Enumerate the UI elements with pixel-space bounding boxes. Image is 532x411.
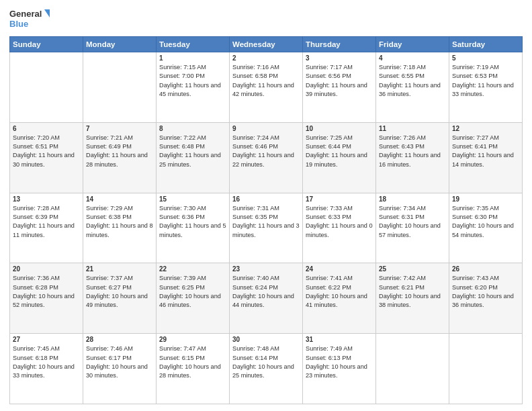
week-row-2: 6Sunrise: 7:20 AM Sunset: 6:51 PM Daylig…	[10, 122, 523, 193]
day-number: 23	[232, 265, 300, 273]
day-info: Sunrise: 7:19 AM Sunset: 6:53 PM Dayligh…	[452, 63, 519, 99]
day-info: Sunrise: 7:28 AM Sunset: 6:39 PM Dayligh…	[13, 204, 80, 240]
day-number: 14	[86, 195, 153, 203]
calendar-cell: 14Sunrise: 7:29 AM Sunset: 6:38 PM Dayli…	[83, 193, 157, 263]
day-number: 5	[452, 54, 519, 62]
calendar-cell: 25Sunrise: 7:42 AM Sunset: 6:21 PM Dayli…	[376, 263, 449, 334]
calendar-cell: 1Sunrise: 7:15 AM Sunset: 7:00 PM Daylig…	[157, 52, 230, 123]
day-info: Sunrise: 7:43 AM Sunset: 6:20 PM Dayligh…	[452, 274, 519, 310]
svg-text:Blue: Blue	[9, 19, 28, 29]
calendar-cell: 19Sunrise: 7:35 AM Sunset: 6:30 PM Dayli…	[449, 193, 523, 263]
calendar-page: General Blue SundayMondayTuesdayWednesda…	[0, 0, 532, 411]
day-info: Sunrise: 7:15 AM Sunset: 7:00 PM Dayligh…	[159, 63, 226, 99]
day-info: Sunrise: 7:18 AM Sunset: 6:55 PM Dayligh…	[379, 63, 446, 99]
calendar-cell: 24Sunrise: 7:41 AM Sunset: 6:22 PM Dayli…	[303, 263, 376, 334]
day-number: 21	[86, 265, 153, 273]
calendar-cell: 4Sunrise: 7:18 AM Sunset: 6:55 PM Daylig…	[376, 52, 449, 123]
day-info: Sunrise: 7:40 AM Sunset: 6:24 PM Dayligh…	[232, 274, 300, 310]
calendar-cell: 26Sunrise: 7:43 AM Sunset: 6:20 PM Dayli…	[449, 263, 523, 334]
day-number: 13	[13, 195, 80, 203]
calendar-cell: 10Sunrise: 7:25 AM Sunset: 6:44 PM Dayli…	[303, 122, 376, 193]
calendar-cell: 31Sunrise: 7:49 AM Sunset: 6:13 PM Dayli…	[303, 334, 376, 404]
day-number: 26	[452, 265, 519, 273]
day-info: Sunrise: 7:29 AM Sunset: 6:38 PM Dayligh…	[86, 204, 153, 240]
calendar-cell: 16Sunrise: 7:31 AM Sunset: 6:35 PM Dayli…	[230, 193, 303, 263]
weekday-header-tuesday: Tuesday	[157, 37, 230, 52]
day-number: 19	[452, 195, 519, 203]
day-number: 9	[232, 125, 300, 132]
calendar-cell: 2Sunrise: 7:16 AM Sunset: 6:58 PM Daylig…	[230, 52, 303, 123]
day-info: Sunrise: 7:39 AM Sunset: 6:25 PM Dayligh…	[159, 274, 226, 310]
day-number: 30	[232, 336, 300, 343]
weekday-header-thursday: Thursday	[303, 37, 376, 52]
calendar-header: SundayMondayTuesdayWednesdayThursdayFrid…	[10, 37, 523, 52]
day-number: 22	[159, 265, 226, 273]
day-info: Sunrise: 7:20 AM Sunset: 6:51 PM Dayligh…	[13, 134, 80, 169]
day-info: Sunrise: 7:34 AM Sunset: 6:31 PM Dayligh…	[379, 204, 446, 240]
day-info: Sunrise: 7:25 AM Sunset: 6:44 PM Dayligh…	[306, 134, 373, 169]
weekday-header-monday: Monday	[83, 37, 157, 52]
day-number: 7	[86, 125, 153, 132]
day-number: 11	[379, 125, 446, 132]
day-number: 18	[379, 195, 446, 203]
day-number: 25	[379, 265, 446, 273]
svg-text:General: General	[9, 9, 42, 19]
weekday-header-friday: Friday	[376, 37, 449, 52]
week-row-3: 13Sunrise: 7:28 AM Sunset: 6:39 PM Dayli…	[10, 193, 523, 263]
week-row-5: 27Sunrise: 7:45 AM Sunset: 6:18 PM Dayli…	[10, 334, 523, 404]
day-info: Sunrise: 7:16 AM Sunset: 6:58 PM Dayligh…	[232, 63, 300, 99]
calendar-cell: 6Sunrise: 7:20 AM Sunset: 6:51 PM Daylig…	[10, 122, 83, 193]
calendar-cell	[10, 52, 83, 123]
day-number: 15	[159, 195, 226, 203]
day-info: Sunrise: 7:33 AM Sunset: 6:33 PM Dayligh…	[306, 204, 373, 240]
day-info: Sunrise: 7:41 AM Sunset: 6:22 PM Dayligh…	[306, 274, 373, 310]
day-number: 24	[306, 265, 373, 273]
calendar-cell: 17Sunrise: 7:33 AM Sunset: 6:33 PM Dayli…	[303, 193, 376, 263]
day-info: Sunrise: 7:47 AM Sunset: 6:15 PM Dayligh…	[159, 345, 226, 380]
day-info: Sunrise: 7:30 AM Sunset: 6:36 PM Dayligh…	[159, 204, 226, 240]
day-number: 8	[159, 125, 226, 132]
calendar-cell: 15Sunrise: 7:30 AM Sunset: 6:36 PM Dayli…	[157, 193, 230, 263]
day-number: 29	[159, 336, 226, 343]
day-info: Sunrise: 7:49 AM Sunset: 6:13 PM Dayligh…	[306, 345, 373, 380]
calendar-cell	[83, 52, 157, 123]
calendar-cell: 30Sunrise: 7:48 AM Sunset: 6:14 PM Dayli…	[230, 334, 303, 404]
logo-svg: General Blue	[9, 7, 50, 31]
calendar-cell: 3Sunrise: 7:17 AM Sunset: 6:56 PM Daylig…	[303, 52, 376, 123]
calendar-cell: 11Sunrise: 7:26 AM Sunset: 6:43 PM Dayli…	[376, 122, 449, 193]
day-info: Sunrise: 7:45 AM Sunset: 6:18 PM Dayligh…	[13, 345, 80, 380]
day-info: Sunrise: 7:22 AM Sunset: 6:48 PM Dayligh…	[159, 134, 226, 169]
day-number: 17	[306, 195, 373, 203]
calendar-cell: 27Sunrise: 7:45 AM Sunset: 6:18 PM Dayli…	[10, 334, 83, 404]
day-info: Sunrise: 7:17 AM Sunset: 6:56 PM Dayligh…	[306, 63, 373, 99]
day-number: 10	[306, 125, 373, 132]
calendar-cell: 22Sunrise: 7:39 AM Sunset: 6:25 PM Dayli…	[157, 263, 230, 334]
day-number: 12	[452, 125, 519, 132]
day-info: Sunrise: 7:46 AM Sunset: 6:17 PM Dayligh…	[86, 345, 153, 380]
calendar-cell: 29Sunrise: 7:47 AM Sunset: 6:15 PM Dayli…	[157, 334, 230, 404]
logo: General Blue	[9, 7, 50, 31]
calendar-cell: 7Sunrise: 7:21 AM Sunset: 6:49 PM Daylig…	[83, 122, 157, 193]
calendar-cell: 8Sunrise: 7:22 AM Sunset: 6:48 PM Daylig…	[157, 122, 230, 193]
day-info: Sunrise: 7:26 AM Sunset: 6:43 PM Dayligh…	[379, 134, 446, 169]
calendar-cell	[449, 334, 523, 404]
day-info: Sunrise: 7:37 AM Sunset: 6:27 PM Dayligh…	[86, 274, 153, 310]
day-info: Sunrise: 7:48 AM Sunset: 6:14 PM Dayligh…	[232, 345, 300, 380]
day-number: 4	[379, 54, 446, 62]
day-number: 3	[306, 54, 373, 62]
week-row-4: 20Sunrise: 7:36 AM Sunset: 6:28 PM Dayli…	[10, 263, 523, 334]
calendar-cell: 20Sunrise: 7:36 AM Sunset: 6:28 PM Dayli…	[10, 263, 83, 334]
calendar-cell: 12Sunrise: 7:27 AM Sunset: 6:41 PM Dayli…	[449, 122, 523, 193]
day-number: 16	[232, 195, 300, 203]
day-number: 20	[13, 265, 80, 273]
calendar-cell: 13Sunrise: 7:28 AM Sunset: 6:39 PM Dayli…	[10, 193, 83, 263]
day-info: Sunrise: 7:24 AM Sunset: 6:46 PM Dayligh…	[232, 134, 300, 169]
day-info: Sunrise: 7:35 AM Sunset: 6:30 PM Dayligh…	[452, 204, 519, 240]
weekday-header-saturday: Saturday	[449, 37, 523, 52]
calendar-cell: 5Sunrise: 7:19 AM Sunset: 6:53 PM Daylig…	[449, 52, 523, 123]
day-number: 28	[86, 336, 153, 343]
calendar-cell: 9Sunrise: 7:24 AM Sunset: 6:46 PM Daylig…	[230, 122, 303, 193]
day-info: Sunrise: 7:21 AM Sunset: 6:49 PM Dayligh…	[86, 134, 153, 169]
svg-marker-2	[44, 9, 50, 17]
weekday-header-row: SundayMondayTuesdayWednesdayThursdayFrid…	[10, 37, 523, 52]
